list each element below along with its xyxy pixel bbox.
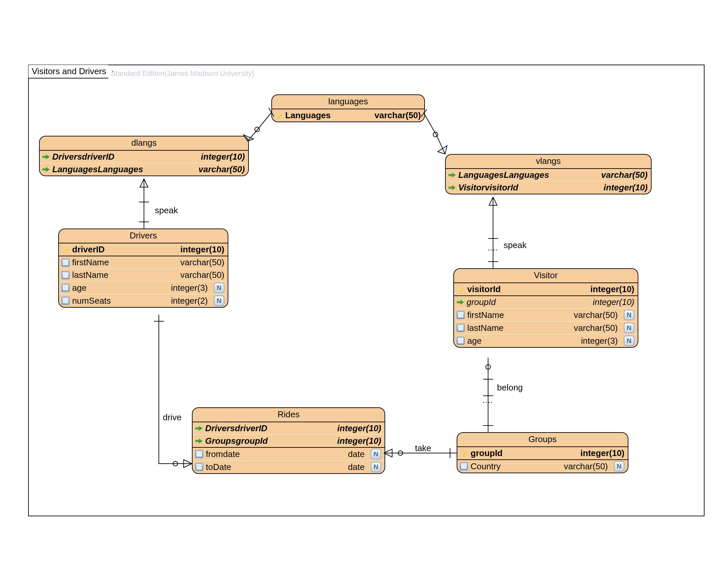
rel-label-speak1: speak <box>155 205 178 215</box>
nullable-icon: N <box>214 296 224 306</box>
column-icon <box>457 311 465 319</box>
col-type: integer(10) <box>567 448 624 458</box>
entity-visitor[interactable]: Visitor visitorId integer(10) groupId in… <box>453 268 638 348</box>
column-icon <box>62 258 69 266</box>
col-name: groupId <box>471 448 503 458</box>
entity-groups[interactable]: Groups groupId integer(10) Country varch… <box>457 432 628 473</box>
entity-drivers[interactable]: Drivers driverID integer(10) firstName v… <box>58 228 228 308</box>
col-name: groupId <box>467 297 496 307</box>
col-type: integer(2) <box>158 296 208 306</box>
col-type: varchar(50) <box>361 110 421 120</box>
col-name: firstName <box>72 257 109 267</box>
fk-pk-icon <box>448 184 456 191</box>
col-type: varchar(50) <box>588 170 648 180</box>
fk-pk-icon <box>195 425 203 432</box>
fk-pk-icon <box>42 153 50 161</box>
col-name: lastName <box>467 323 504 333</box>
col-type: varchar(50) <box>185 164 245 174</box>
entity-title: Groups <box>457 433 628 447</box>
column-icon <box>62 271 69 279</box>
col-name: VisitorvisitorId <box>458 182 518 193</box>
col-name: firstName <box>467 310 504 320</box>
col-type: varchar(50) <box>551 461 608 472</box>
key-icon <box>460 449 468 457</box>
col-name: GroupsgroupId <box>205 436 268 446</box>
col-name: DriversdriverID <box>205 423 267 434</box>
col-type: integer(10) <box>579 297 634 307</box>
column-icon <box>62 297 69 305</box>
col-name: toDate <box>206 462 231 472</box>
rel-label-belong: belong <box>497 383 523 393</box>
key-icon <box>275 112 283 119</box>
entity-title: Visitor <box>454 269 638 283</box>
fk-pk-icon <box>42 166 50 173</box>
col-name: visitorId <box>467 284 501 295</box>
column-icon <box>457 324 465 332</box>
col-type: integer(10) <box>188 152 245 162</box>
fk-pk-icon <box>195 438 203 445</box>
entity-vlangs[interactable]: vlangs LanguagesLanguages varchar(50) Vi… <box>445 154 652 194</box>
column-icon <box>457 337 465 345</box>
rel-label-speak2: speak <box>504 240 526 250</box>
key-icon <box>457 286 465 294</box>
col-name: lastName <box>72 270 109 280</box>
rel-label-take: take <box>415 443 431 453</box>
col-type: integer(10) <box>324 423 381 434</box>
col-name: fromdate <box>206 449 240 459</box>
col-type: varchar(50) <box>167 257 224 267</box>
col-name: DriversdriverID <box>52 152 114 162</box>
col-name: age <box>467 336 481 346</box>
entity-title: vlangs <box>446 155 651 169</box>
col-type: date <box>335 449 365 459</box>
col-name: LanguagesLanguages <box>52 164 143 174</box>
column-icon <box>195 463 203 471</box>
col-type: integer(10) <box>577 284 634 295</box>
col-type: date <box>335 462 365 472</box>
col-type: integer(10) <box>324 436 381 446</box>
nullable-icon: N <box>214 283 224 293</box>
col-type: varchar(50) <box>561 323 618 333</box>
rel-label-drive: drive <box>163 412 181 423</box>
column-icon <box>62 284 69 292</box>
entity-languages[interactable]: languages Languages varchar(50) <box>271 94 425 122</box>
nullable-icon: N <box>624 323 634 333</box>
nullable-icon: N <box>614 461 624 472</box>
entity-title: languages <box>272 95 424 109</box>
fk-pk-icon <box>448 171 456 179</box>
frame-title: Visitors and Drivers <box>28 65 113 78</box>
entity-rides[interactable]: Rides DriversdriverID integer(10) Groups… <box>192 407 385 474</box>
key-icon <box>62 246 69 254</box>
nullable-icon: N <box>371 462 381 472</box>
col-type: varchar(50) <box>561 310 618 320</box>
column-icon <box>195 450 203 458</box>
col-name: numSeats <box>72 296 111 306</box>
col-type: integer(10) <box>590 182 648 193</box>
nullable-icon: N <box>624 310 634 320</box>
col-name: Languages <box>285 110 331 120</box>
column-icon <box>460 462 468 470</box>
fk-icon <box>457 299 464 306</box>
col-name: Country <box>471 461 501 472</box>
entity-dlangs[interactable]: dlangs DriversdriverID integer(10) Langu… <box>39 136 249 176</box>
col-type: integer(10) <box>167 244 224 255</box>
col-name: driverID <box>72 244 105 255</box>
entity-title: dlangs <box>40 136 248 151</box>
col-type: integer(3) <box>568 336 618 346</box>
col-type: varchar(50) <box>167 270 224 280</box>
nullable-icon: N <box>371 449 381 459</box>
entity-title: Drivers <box>59 229 228 243</box>
col-type: integer(3) <box>158 283 208 293</box>
nullable-icon: N <box>624 336 634 346</box>
col-name: LanguagesLanguages <box>458 170 549 180</box>
entity-title: Rides <box>193 408 385 422</box>
col-name: age <box>72 283 86 293</box>
